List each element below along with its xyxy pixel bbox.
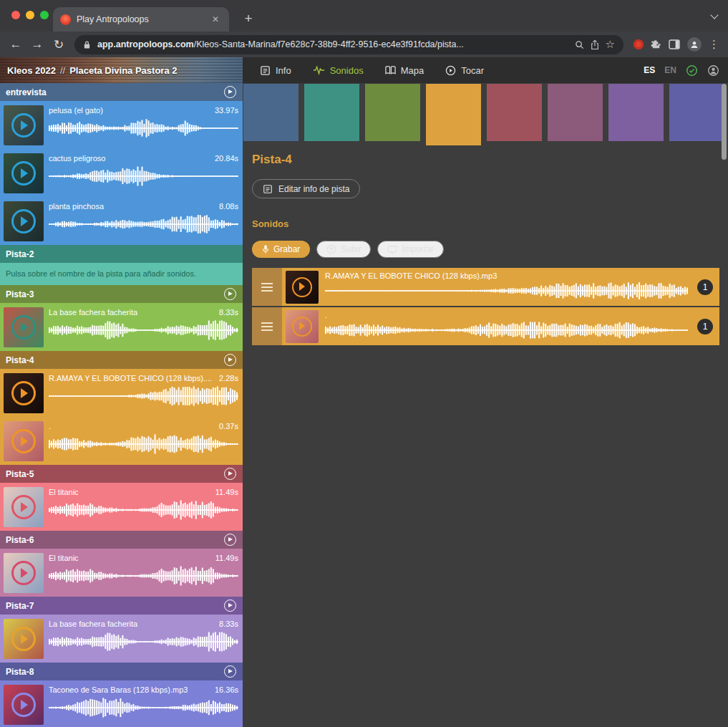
project-title-banner[interactable]: Kleos 2022 // Placeta Divina Pastora 2 bbox=[0, 57, 243, 83]
clip-duration: 20.84s bbox=[215, 154, 238, 163]
import-button[interactable]: Importar bbox=[377, 241, 444, 258]
track-header[interactable]: Pista-8 bbox=[0, 663, 243, 680]
track-header[interactable]: Pista-4 bbox=[0, 351, 243, 369]
track-play-button[interactable] bbox=[224, 665, 236, 678]
track-swatch-4-selected[interactable] bbox=[426, 84, 481, 145]
track-swatch-8[interactable] bbox=[669, 84, 724, 141]
clip-thumbnail[interactable] bbox=[4, 201, 44, 241]
audio-clip[interactable]: La base fachera facherita8.33s bbox=[0, 303, 243, 351]
clip-thumbnail[interactable] bbox=[4, 421, 44, 461]
close-tab-icon[interactable]: ✕ bbox=[209, 13, 222, 26]
zoom-icon[interactable] bbox=[575, 40, 584, 49]
tab-tocar[interactable]: Tocar bbox=[445, 65, 484, 76]
scrollbar-thumb[interactable] bbox=[722, 84, 727, 160]
track-play-button[interactable] bbox=[224, 86, 236, 98]
drag-handle[interactable] bbox=[252, 268, 282, 306]
share-icon[interactable] bbox=[591, 39, 599, 50]
waveform bbox=[49, 433, 238, 455]
browser-tabstrip: Play Antropoloops ✕ + bbox=[0, 0, 728, 32]
track-header[interactable]: entrevista bbox=[0, 83, 243, 101]
track-swatch-2[interactable] bbox=[304, 84, 359, 141]
lang-en-button[interactable]: EN bbox=[664, 65, 676, 75]
clip-duration: 8.08s bbox=[219, 202, 238, 211]
audio-clip[interactable]: .0.37s bbox=[0, 417, 243, 465]
track-header[interactable]: Pista-5 bbox=[0, 465, 243, 483]
extensions-puzzle-icon[interactable] bbox=[651, 39, 661, 50]
track-swatch-5[interactable] bbox=[487, 84, 542, 141]
play-icon bbox=[11, 429, 36, 453]
record-button[interactable]: Grabar bbox=[252, 241, 310, 258]
audio-clip[interactable]: El titanic11.49s bbox=[0, 483, 243, 531]
audio-clip[interactable]: Taconeo de Sara Baras (128 kbps).mp316.3… bbox=[0, 680, 243, 727]
profile-avatar[interactable] bbox=[687, 37, 702, 52]
bookmark-star-icon[interactable]: ☆ bbox=[606, 38, 615, 51]
audio-clip[interactable]: pelusa (el gato)33.97s bbox=[0, 101, 243, 149]
track-play-button[interactable] bbox=[224, 468, 236, 480]
edit-track-info-button[interactable]: Editar info de pista bbox=[252, 179, 360, 198]
app-header: Kleos 2022 // Placeta Divina Pastora 2 I… bbox=[0, 57, 728, 83]
clip-thumbnail[interactable] bbox=[4, 487, 44, 527]
track-swatch-6[interactable] bbox=[548, 84, 603, 141]
clip-thumbnail[interactable] bbox=[4, 553, 44, 593]
clip-thumbnail[interactable] bbox=[4, 685, 44, 725]
audio-clip[interactable]: La base fachera facherita8.33s bbox=[0, 615, 243, 663]
clip-thumbnail[interactable] bbox=[4, 373, 44, 413]
audio-thumbnail[interactable] bbox=[286, 271, 319, 304]
clip-thumbnail[interactable] bbox=[4, 307, 44, 347]
minimize-window-button[interactable] bbox=[26, 11, 34, 19]
clip-thumbnail[interactable] bbox=[4, 619, 44, 659]
upload-label: Subir bbox=[341, 244, 361, 254]
sync-check-icon[interactable] bbox=[686, 64, 698, 77]
clip-thumbnail[interactable] bbox=[4, 105, 44, 145]
track-play-button[interactable] bbox=[224, 534, 236, 546]
back-button[interactable]: ← bbox=[6, 37, 26, 52]
recording-extension-icon[interactable] bbox=[634, 39, 644, 49]
tab-info[interactable]: Info bbox=[260, 65, 291, 76]
track-play-button[interactable] bbox=[224, 600, 236, 612]
track-header[interactable]: Pista-2 bbox=[0, 245, 243, 263]
track-play-button[interactable] bbox=[224, 288, 236, 300]
clip-thumbnail[interactable] bbox=[4, 153, 44, 193]
track-header[interactable]: Pista-6 bbox=[0, 531, 243, 549]
new-tab-button[interactable]: + bbox=[239, 9, 258, 28]
tab-search-chevron-icon[interactable] bbox=[711, 11, 718, 19]
address-bar[interactable]: app.antropoloops.com/Kleos-Santa-Marina/… bbox=[74, 35, 623, 54]
tab-sonidos[interactable]: Sonidos bbox=[313, 65, 364, 76]
track-body[interactable]: Pulsa sobre el nombre de la pista para a… bbox=[0, 263, 243, 285]
track-swatch-7[interactable] bbox=[608, 84, 664, 141]
account-icon[interactable] bbox=[707, 64, 719, 77]
audio-row[interactable]: . 1 bbox=[252, 307, 719, 345]
browser-menu-icon[interactable]: ⋮ bbox=[709, 38, 719, 51]
track-header[interactable]: Pista-3 bbox=[0, 285, 243, 303]
track-play-button[interactable] bbox=[224, 354, 236, 366]
audio-list: R.AMAYA Y EL BOBOTE CHICO (128 kbps).mp3… bbox=[252, 268, 719, 345]
audio-clip[interactable]: planta pinchosa8.08s bbox=[0, 197, 243, 245]
import-label: Importar bbox=[402, 244, 434, 254]
track-body: R.AMAYA Y EL BOBOTE CHICO (128 kbps)....… bbox=[0, 369, 243, 465]
lock-icon bbox=[83, 40, 91, 49]
tab-mapa[interactable]: Mapa bbox=[385, 65, 424, 76]
forward-button[interactable]: → bbox=[27, 37, 47, 52]
drag-handle[interactable] bbox=[252, 307, 282, 345]
audio-clip[interactable]: cactus peligroso20.84s bbox=[0, 149, 243, 197]
audio-thumbnail[interactable] bbox=[286, 310, 319, 343]
track-swatch-1[interactable] bbox=[243, 84, 299, 141]
lang-es-button[interactable]: ES bbox=[644, 65, 655, 75]
reload-button[interactable]: ↻ bbox=[49, 37, 69, 52]
side-panel-icon[interactable] bbox=[669, 39, 680, 49]
track-body: La base fachera facherita8.33s bbox=[0, 615, 243, 663]
audio-clip[interactable]: El titanic11.49s bbox=[0, 549, 243, 597]
browser-tab[interactable]: Play Antropoloops ✕ bbox=[53, 7, 229, 32]
audio-clip[interactable]: R.AMAYA Y EL BOBOTE CHICO (128 kbps)....… bbox=[0, 369, 243, 417]
close-window-button[interactable] bbox=[11, 11, 20, 19]
clip-duration: 33.97s bbox=[215, 106, 238, 115]
audio-row[interactable]: R.AMAYA Y EL BOBOTE CHICO (128 kbps).mp3… bbox=[252, 268, 719, 306]
track-swatch-3[interactable] bbox=[365, 84, 420, 141]
zoom-window-button[interactable] bbox=[40, 11, 49, 19]
track-header[interactable]: Pista-7 bbox=[0, 597, 243, 615]
track-swatches bbox=[243, 84, 728, 145]
track-pista-7: Pista-7 La base fachera facherita8.33s bbox=[0, 597, 243, 663]
avatar-person-icon bbox=[689, 39, 699, 49]
clip-title: El titanic bbox=[49, 488, 79, 496]
upload-button[interactable]: Subir bbox=[316, 241, 371, 258]
